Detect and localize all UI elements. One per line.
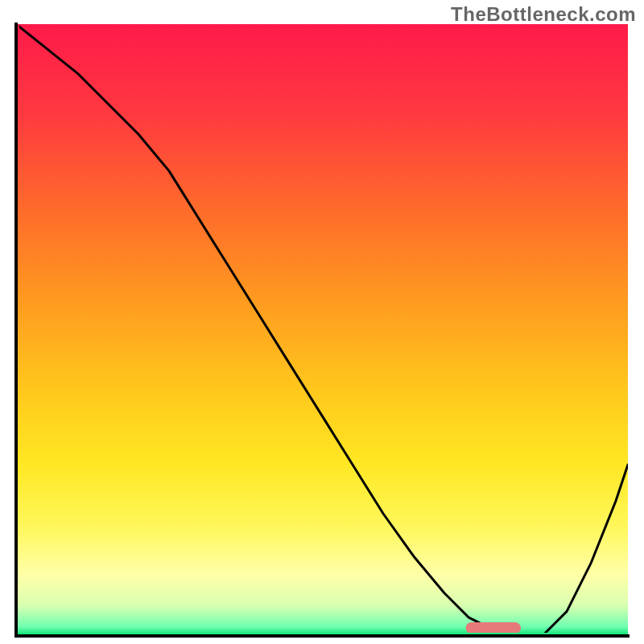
- watermark-text: TheBottleneck.com: [451, 3, 636, 26]
- plot-background-gradient: [16, 24, 628, 636]
- chart-frame: TheBottleneck.com: [0, 0, 644, 644]
- optimal-range-marker: [466, 622, 521, 634]
- bottleneck-chart: [0, 0, 644, 644]
